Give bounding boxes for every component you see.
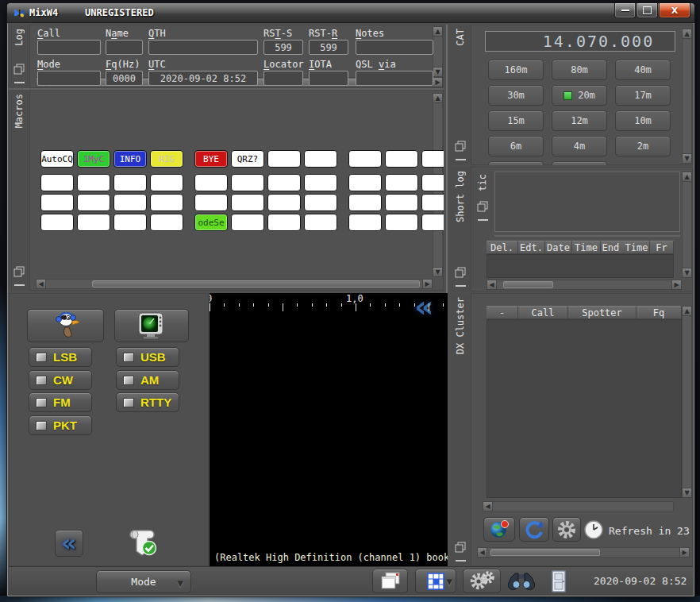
log-field-notes[interactable]	[356, 40, 433, 55]
mode-button-pkt[interactable]: PKT	[29, 415, 92, 435]
macro-button-empty[interactable]	[113, 214, 147, 231]
scroll-right-button[interactable]: ▶	[433, 77, 443, 87]
dx-column-call[interactable]: Call	[518, 306, 568, 319]
log-panel-tab-strip[interactable]: Log	[9, 25, 29, 88]
log-save-button[interactable]	[121, 527, 163, 557]
macro-button-empty[interactable]	[385, 150, 418, 168]
dxcluster-vertical-scrollbar[interactable]: ▲▼	[682, 306, 692, 498]
log-field-fq-hz[interactable]	[106, 71, 143, 86]
shortlog-column-end-time[interactable]: End Time	[601, 241, 650, 254]
macro-button-empty[interactable]	[348, 150, 382, 168]
mode-button-lsb[interactable]: LSB	[29, 347, 92, 367]
maximize-button[interactable]	[637, 3, 658, 18]
scroll-down-button[interactable]: ▼	[682, 153, 692, 164]
scroll-right-button[interactable]: ▶	[679, 547, 690, 558]
refresh-cluster-button[interactable]	[519, 517, 549, 542]
log-field-rst-s[interactable]	[263, 40, 303, 55]
macro-button-empty[interactable]	[77, 214, 110, 231]
macro-button-odese[interactable]: odeSe	[194, 214, 228, 231]
dxcluster-panel-tab-strip[interactable]: DX Cluster	[450, 293, 471, 566]
scrollbar-thumb[interactable]	[503, 281, 553, 288]
band-button-17m[interactable]: 17m	[615, 85, 671, 106]
tab-macros[interactable]: Macros	[13, 94, 25, 128]
macro-button-empty[interactable]	[194, 194, 228, 211]
macro-button-empty[interactable]	[348, 174, 382, 191]
log-field-locator[interactable]	[263, 71, 303, 86]
scroll-up-button[interactable]: ▲	[682, 172, 692, 182]
tab-log[interactable]: Log	[13, 29, 25, 46]
macro-button-empty[interactable]	[113, 174, 147, 191]
mode-button-usb[interactable]: USB	[116, 347, 179, 367]
log-field-iota[interactable]	[309, 71, 348, 86]
band-button-160m[interactable]: 160m	[488, 60, 544, 80]
macro-button-empty[interactable]	[150, 214, 183, 231]
macro-button-1myc[interactable]: 1MyC	[77, 150, 110, 168]
close-button[interactable]: X	[659, 3, 690, 18]
float-panel-icon[interactable]	[13, 266, 25, 277]
exit-button[interactable]	[542, 569, 575, 593]
minimize-button[interactable]	[614, 3, 636, 18]
scroll-down-button[interactable]: ▼	[433, 67, 443, 77]
band-button-clipped[interactable]	[488, 161, 544, 165]
scroll-down-button[interactable]: ▼	[682, 488, 692, 498]
log-field-utc[interactable]	[148, 71, 258, 86]
waterfall-chevrons-left-icon[interactable]: «	[414, 295, 434, 318]
shortlog-column-fr[interactable]: Fr	[650, 241, 674, 254]
band-button-10m[interactable]: 10m	[615, 110, 671, 131]
tab-cat[interactable]: CAT	[455, 29, 466, 46]
macro-button-empty[interactable]	[150, 194, 183, 211]
minimize-panel-icon[interactable]	[14, 284, 25, 286]
macro-button-autocq[interactable]: AutoCQ	[40, 150, 74, 168]
log-field-qth[interactable]	[148, 40, 258, 55]
macro-button-empty[interactable]	[348, 194, 382, 211]
log-field-call[interactable]	[37, 40, 101, 55]
scroll-up-button[interactable]: ▲	[433, 26, 443, 37]
shortlog-vertical-scrollbar[interactable]: ▲▼	[682, 172, 692, 278]
macro-button-empty[interactable]	[304, 150, 337, 168]
web-cluster-button[interactable]	[483, 517, 515, 542]
scroll-up-button[interactable]: ▲	[682, 306, 692, 316]
macro-button-empty[interactable]	[194, 174, 228, 191]
macro-button-empty[interactable]	[231, 174, 264, 191]
macro-button-empty[interactable]	[40, 194, 74, 211]
panel-splitter[interactable]	[9, 88, 444, 90]
band-button-2m[interactable]: 2m	[615, 136, 671, 156]
search-log-button[interactable]	[504, 569, 539, 593]
title-bar[interactable]: MixW4 UNREGISTERED X	[7, 3, 694, 23]
mode-dropdown-button[interactable]: Mode ▼	[96, 570, 191, 593]
shortlog-column-date[interactable]: Date	[545, 241, 572, 254]
dxcluster-horizontal-scrollbar[interactable]: ◀	[483, 501, 674, 511]
frequency-display[interactable]: 14.070.000	[485, 31, 675, 52]
mode-button-rtty[interactable]: RTTY	[116, 392, 179, 412]
macro-button-empty[interactable]	[231, 194, 264, 211]
dxcluster-bottom-scrollbar[interactable]: ◀▶	[477, 547, 690, 558]
macro-button-empty[interactable]	[421, 214, 444, 231]
band-button-12m[interactable]: 12m	[552, 110, 607, 131]
shortlog-column-edt[interactable]: Edt.	[518, 241, 545, 254]
macro-button-bye[interactable]: BYE	[194, 150, 228, 168]
shortlog-panel-tab-strip[interactable]: Short log	[450, 167, 471, 291]
cw-decoder-button[interactable]	[27, 309, 104, 342]
log-field-rst-r[interactable]	[309, 40, 348, 55]
scroll-down-button[interactable]: ▼	[682, 268, 692, 278]
tab-statistic[interactable]: tic	[477, 174, 488, 191]
dx-column-spotter[interactable]: Spotter	[568, 306, 637, 319]
float-panel-icon[interactable]	[455, 267, 466, 278]
scrollbar-thumb[interactable]	[490, 549, 600, 556]
tab-dx-cluster[interactable]: DX Cluster	[455, 297, 466, 354]
panel-splitter[interactable]	[494, 235, 680, 237]
macro-button-empty[interactable]	[150, 174, 183, 191]
mode-button-fm[interactable]: FM	[29, 392, 92, 412]
band-button-20m[interactable]: 20m	[552, 85, 607, 106]
macro-button-empty[interactable]	[113, 194, 147, 211]
macro-button-empty[interactable]	[267, 214, 301, 231]
mode-button-cw[interactable]: CW	[29, 370, 92, 390]
macro-button-info[interactable]: INFO	[113, 150, 147, 168]
band-button-6m[interactable]: 6m	[488, 136, 544, 156]
scroll-left-button[interactable]: ◀	[477, 547, 487, 558]
macro-button-empty[interactable]	[385, 194, 418, 211]
band-button-80m[interactable]: 80m	[552, 60, 607, 80]
minimize-panel-icon[interactable]	[14, 82, 25, 83]
scrollbar-thumb[interactable]	[92, 280, 420, 287]
macro-button-empty[interactable]	[385, 174, 418, 191]
